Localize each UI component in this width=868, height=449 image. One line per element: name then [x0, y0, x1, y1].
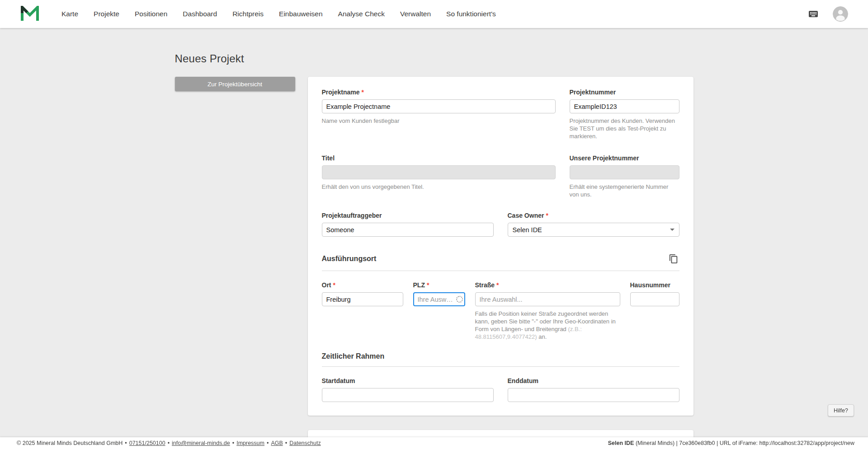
field-unsere-projektnummer: Unsere Projektnummer Erhält eine systemg…: [570, 154, 679, 198]
case-owner-select[interactable]: Selen IDE: [508, 223, 679, 237]
footer-left: © 2025 Mineral Minds Deutschland GmbH • …: [17, 440, 321, 446]
case-owner-value: Selen IDE: [513, 226, 542, 234]
navbar-right: [807, 6, 848, 22]
ort-input[interactable]: [322, 292, 403, 306]
section-title-zeitlicher-rahmen: Zeitlicher Rahmen: [322, 352, 385, 360]
back-to-projects-button[interactable]: Zur Projektübersicht: [175, 77, 295, 91]
section-title-ausfuehrungsort: Ausführungsort: [322, 255, 377, 263]
hausnummer-label: Hausnummer: [630, 281, 679, 289]
separator-dot: •: [232, 440, 234, 446]
page-title: Neues Projekt: [175, 52, 693, 65]
keyboard-icon[interactable]: [807, 9, 820, 19]
field-enddatum: Enddatum: [508, 377, 679, 402]
chevron-down-icon: [670, 229, 675, 231]
projektname-label: Projektname*: [322, 89, 556, 96]
hausnummer-input[interactable]: [630, 292, 679, 306]
nav-item-positionen[interactable]: Positionen: [135, 10, 167, 18]
nav-item-dashboard[interactable]: Dashboard: [183, 10, 217, 18]
separator-dot: •: [285, 440, 287, 446]
top-navbar: Karte Projekte Positionen Dashboard Rich…: [0, 0, 868, 28]
required-asterisk: *: [546, 212, 548, 219]
ort-label: Ort*: [322, 281, 403, 289]
unsere-projektnummer-label: Unsere Projektnummer: [570, 154, 679, 162]
nav-item-analyse-check[interactable]: Analyse Check: [338, 10, 385, 18]
nav-item-projekte[interactable]: Projekte: [94, 10, 119, 18]
titel-helper: Erhält den von uns vorgegebenen Titel.: [322, 183, 556, 191]
strasse-label: Straße*: [475, 281, 620, 289]
separator-dot: •: [267, 440, 269, 446]
projektnummer-helper: Projektnummer des Kunden. Verwenden Sie …: [570, 117, 679, 140]
help-button[interactable]: Hilfe?: [828, 404, 854, 416]
session-info: Selen IDE (Mineral Minds) | 7ce360e83fb0…: [608, 440, 854, 446]
titel-label: Titel: [322, 154, 556, 162]
section-zeitlicher-rahmen: Zeitlicher Rahmen: [322, 352, 679, 367]
strasse-helper: Falls die Position keiner Straße zugeord…: [475, 310, 620, 341]
case-owner-label: Case Owner*: [508, 212, 679, 219]
footer: © 2025 Mineral Minds Deutschland GmbH • …: [0, 437, 868, 449]
enddatum-label: Enddatum: [508, 377, 679, 384]
enddatum-input[interactable]: [508, 388, 679, 402]
projektauftraggeber-label: Projektauftraggeber: [322, 212, 494, 219]
separator-dot: •: [168, 440, 170, 446]
unsere-projektnummer-helper: Erhält eine systemgenerierte Nummer von …: [570, 183, 679, 198]
footer-link-impressum[interactable]: Impressum: [236, 440, 264, 446]
field-plz: PLZ*: [413, 281, 465, 341]
plz-label: PLZ*: [413, 281, 465, 289]
field-projektauftraggeber: Projektauftraggeber: [322, 212, 494, 237]
field-ort: Ort*: [322, 281, 403, 341]
logo-m-icon: [21, 6, 39, 22]
unsere-projektnummer-input: [570, 165, 679, 179]
nav-item-einbauweisen[interactable]: Einbauweisen: [279, 10, 323, 18]
field-strasse: Straße* Falls die Position keiner Straße…: [475, 281, 620, 341]
footer-link-agb[interactable]: AGB: [271, 440, 283, 446]
startdatum-label: Startdatum: [322, 377, 494, 384]
field-case-owner: Case Owner* Selen IDE: [508, 212, 679, 237]
projektnummer-input[interactable]: [570, 99, 679, 113]
session-details: (Mineral Minds) | 7ce360e83fb0 | URL of …: [634, 440, 854, 446]
section-ausfuehrungsort: Ausführungsort: [322, 253, 679, 271]
startdatum-input[interactable]: [322, 388, 494, 402]
field-projektnummer: Projektnummer Projektnummer des Kunden. …: [570, 89, 679, 140]
field-startdatum: Startdatum: [322, 377, 494, 402]
footer-link-datenschutz[interactable]: Datenschutz: [289, 440, 321, 446]
brand-logo[interactable]: [21, 6, 39, 22]
required-asterisk: *: [333, 281, 335, 289]
project-form-card: Projektname* Name vom Kunden festlegbar …: [308, 77, 693, 416]
nav-item-so-funktionierts[interactable]: So funktioniert's: [446, 10, 496, 18]
user-avatar-icon[interactable]: [833, 6, 848, 22]
main-nav: Karte Projekte Positionen Dashboard Rich…: [61, 10, 496, 18]
field-titel: Titel Erhält den von uns vorgegebenen Ti…: [322, 154, 556, 198]
separator-dot: •: [125, 440, 127, 446]
footer-link-email[interactable]: info@mineral-minds.de: [172, 440, 230, 446]
session-user: Selen IDE: [608, 440, 634, 446]
projektauftraggeber-input[interactable]: [322, 223, 494, 237]
nav-item-karte[interactable]: Karte: [61, 10, 78, 18]
field-projektname: Projektname* Name vom Kunden festlegbar: [322, 89, 556, 140]
footer-link-phone[interactable]: 07151/250100: [129, 440, 165, 446]
field-hausnummer: Hausnummer: [630, 281, 679, 341]
copyright-text: © 2025 Mineral Minds Deutschland GmbH: [17, 440, 123, 446]
projektnummer-label: Projektnummer: [570, 89, 679, 96]
nav-item-verwalten[interactable]: Verwalten: [400, 10, 431, 18]
required-asterisk: *: [362, 89, 364, 96]
main-content: Neues Projekt Zur Projektübersicht Proje…: [175, 28, 693, 449]
required-asterisk: *: [496, 281, 499, 289]
loading-spinner-icon: [456, 296, 463, 303]
strasse-input[interactable]: [475, 292, 620, 306]
titel-input: [322, 165, 556, 179]
projektname-input[interactable]: [322, 99, 556, 113]
projektname-helper: Name vom Kunden festlegbar: [322, 117, 556, 125]
required-asterisk: *: [427, 281, 429, 289]
copy-icon[interactable]: [668, 253, 679, 265]
nav-item-richtpreis[interactable]: Richtpreis: [232, 10, 264, 18]
